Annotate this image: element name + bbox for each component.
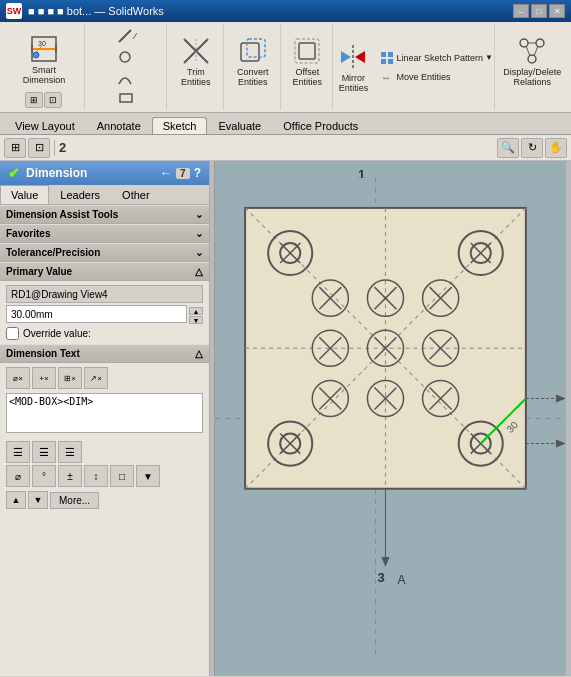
primary-value-ref-field[interactable] <box>6 285 203 303</box>
svg-rect-25 <box>388 52 393 57</box>
svg-rect-17 <box>241 43 259 61</box>
sym-diameter[interactable]: ⌀ <box>6 465 30 487</box>
polygon-icon <box>118 111 134 112</box>
mirror-entities-button[interactable]: MirrorEntities <box>333 32 373 102</box>
primary-value-field[interactable] <box>6 305 187 323</box>
left-panel: ✔ Dimension ← 7 ? Value Leaders Other Di… <box>0 161 210 676</box>
back-arrow-icon[interactable]: ← <box>160 166 172 180</box>
svg-rect-27 <box>388 59 393 64</box>
maximize-button[interactable]: □ <box>531 4 547 18</box>
svg-point-30 <box>536 39 544 47</box>
svg-point-8 <box>120 52 130 62</box>
smart-dimension-button[interactable]: 30 Smart Dimension <box>8 26 80 91</box>
dim-icon-btn-1[interactable]: ⌀× <box>6 367 30 389</box>
svg-text:↔: ↔ <box>381 72 391 83</box>
smart-dimension-group: 30 Smart Dimension ⊞ ⊡ <box>4 24 85 110</box>
sketch-tools-col1: ∕ <box>114 26 140 88</box>
favorites-header[interactable]: Favorites ⌄ <box>0 224 209 243</box>
svg-line-7 <box>119 30 131 42</box>
sym-updown[interactable]: ↕ <box>84 465 108 487</box>
trim-entities-group: TrimEntities <box>169 24 224 110</box>
right-scroll[interactable] <box>565 161 571 676</box>
ribbon: 30 Smart Dimension ⊞ ⊡ ∕ <box>0 22 571 113</box>
tab-evaluate[interactable]: Evaluate <box>207 117 272 134</box>
dimension-text-area[interactable]: <MOD-BOX><DIM> <box>6 393 203 433</box>
minimize-button[interactable]: – <box>513 4 529 18</box>
window-controls[interactable]: – □ ✕ <box>513 4 565 18</box>
value-down-btn[interactable]: ▼ <box>189 316 203 324</box>
sub-tab-leaders[interactable]: Leaders <box>49 185 111 204</box>
check-icon[interactable]: ✔ <box>8 165 20 181</box>
mirror-icon <box>337 41 369 73</box>
sub-tab-value[interactable]: Value <box>0 185 49 204</box>
dim-sub-btn2[interactable]: ⊡ <box>44 92 62 108</box>
pan-btn[interactable]: ✋ <box>545 138 567 158</box>
nav-up-btn[interactable]: ▲ <box>6 491 26 509</box>
move-icon: ↔ <box>380 70 394 84</box>
dim-icon-btn-4[interactable]: ↗× <box>84 367 108 389</box>
svg-line-34 <box>534 46 538 56</box>
tolerance-header[interactable]: Tolerance/Precision ⌄ <box>0 243 209 262</box>
align-center-btn[interactable]: ☰ <box>32 441 56 463</box>
svg-text:3: 3 <box>377 570 384 585</box>
rect-icon <box>118 90 134 106</box>
dimension-assist-arrow: ⌄ <box>195 209 203 220</box>
nav-down-btn[interactable]: ▼ <box>28 491 48 509</box>
tolerance-label: Tolerance/Precision <box>6 247 100 258</box>
sym-degree[interactable]: ° <box>32 465 56 487</box>
svg-point-5 <box>33 52 39 58</box>
drawing-canvas: 30 4 5 3 A <box>215 161 571 676</box>
help-icon[interactable]: ? <box>194 166 201 180</box>
align-right-btn[interactable]: ☰ <box>58 441 82 463</box>
tab-view-layout[interactable]: View Layout <box>4 117 86 134</box>
display-delete-button[interactable]: Display/DeleteRelations <box>499 26 565 96</box>
dimension-text-header[interactable]: Dimension Text △ <box>0 344 209 363</box>
trim-entities-button[interactable]: TrimEntities <box>176 26 216 96</box>
tab-office-products[interactable]: Office Products <box>272 117 369 134</box>
svg-line-33 <box>526 46 530 56</box>
sym-dropdown[interactable]: ▼ <box>136 465 160 487</box>
tab-sketch[interactable]: Sketch <box>152 117 208 134</box>
secondary-toolbar: ⊞ ⊡ 2 🔍 ↻ ✋ <box>0 135 571 161</box>
arc-tool[interactable] <box>114 68 140 88</box>
offset-icon <box>291 35 323 67</box>
mirror-label: MirrorEntities <box>339 73 369 93</box>
title-bar: SW ■ ■ ■ ■ bot... — SolidWorks – □ ✕ <box>0 0 571 22</box>
more-button[interactable]: More... <box>50 492 99 509</box>
zoom-btn[interactable]: 🔍 <box>497 138 519 158</box>
sym-square[interactable]: □ <box>110 465 134 487</box>
override-checkbox[interactable] <box>6 327 19 340</box>
convert-label: ConvertEntities <box>237 67 269 87</box>
main-content: ✔ Dimension ← 7 ? Value Leaders Other Di… <box>0 161 571 676</box>
close-button[interactable]: ✕ <box>549 4 565 18</box>
rect-tool[interactable] <box>115 88 137 108</box>
favorites-label: Favorites <box>6 228 50 239</box>
sub-tab-other[interactable]: Other <box>111 185 161 204</box>
tab-annotate[interactable]: Annotate <box>86 117 152 134</box>
circle-tool[interactable] <box>114 47 140 67</box>
primary-value-header[interactable]: Primary Value △ <box>0 262 209 281</box>
panel-header-icons: ← 7 ? <box>160 166 201 180</box>
convert-entities-button[interactable]: ConvertEntities <box>233 26 273 96</box>
dim-icon-btn-3[interactable]: ⊞× <box>58 367 82 389</box>
sym-plus[interactable]: ± <box>58 465 82 487</box>
align-left-btn[interactable]: ☰ <box>6 441 30 463</box>
primary-value-content: ▲ ▼ Override value: <box>0 281 209 344</box>
offset-entities-button[interactable]: OffsetEntities <box>287 26 327 96</box>
drawing-area: 1 <box>210 161 571 676</box>
value-up-btn[interactable]: ▲ <box>189 307 203 315</box>
svg-rect-18 <box>247 39 265 57</box>
rotate-btn[interactable]: ↻ <box>521 138 543 158</box>
grid-view-btn[interactable]: ⊞ <box>4 138 26 158</box>
dim-icon-btn-2[interactable]: +× <box>32 367 56 389</box>
svg-rect-26 <box>381 59 386 64</box>
polygon-tool[interactable] <box>115 109 137 112</box>
wireframe-btn[interactable]: ⊡ <box>28 138 50 158</box>
line-tool[interactable]: ∕ <box>114 26 140 46</box>
dimension-assist-header[interactable]: Dimension Assist Tools ⌄ <box>0 205 209 224</box>
dim-sub-btn1[interactable]: ⊞ <box>25 92 43 108</box>
ribbon-toolbar: 30 Smart Dimension ⊞ ⊡ ∕ <box>0 22 571 112</box>
linear-sketch-pattern-button[interactable]: Linear Sketch Pattern ▼ <box>377 49 495 67</box>
trim-label: TrimEntities <box>181 67 211 87</box>
move-entities-button[interactable]: ↔ Move Entities <box>377 68 495 86</box>
